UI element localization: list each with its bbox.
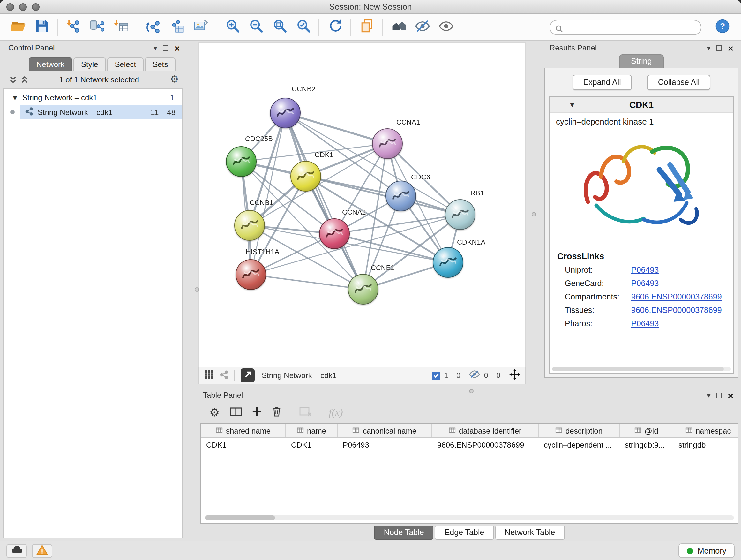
grid-view-button[interactable] bbox=[204, 370, 214, 381]
delete-column-button[interactable] bbox=[272, 406, 281, 419]
tab-style[interactable]: Style bbox=[73, 57, 106, 71]
detach-view-button[interactable] bbox=[241, 368, 255, 382]
search-input[interactable] bbox=[549, 19, 701, 35]
splitter-handle[interactable] bbox=[532, 212, 536, 216]
network-canvas[interactable]: CCNB2CCNA1CDC25BCDK1CDC6RB1CCNB1CCNA2CDK… bbox=[199, 42, 526, 367]
node-HIST1H1A[interactable] bbox=[235, 259, 266, 290]
edge-HIST1H1A-CCNE1[interactable] bbox=[251, 274, 363, 289]
network-row[interactable]: String Network – cdk1 11 48 bbox=[4, 105, 182, 119]
warnings-button[interactable] bbox=[32, 544, 52, 558]
table-cell[interactable]: stringdb bbox=[673, 440, 738, 449]
table-cell[interactable]: P06493 bbox=[338, 440, 432, 449]
panel-close-icon[interactable]: × bbox=[174, 43, 180, 53]
tab-select[interactable]: Select bbox=[107, 57, 144, 71]
export-image-button[interactable] bbox=[188, 16, 212, 39]
node-RB1[interactable] bbox=[445, 199, 475, 230]
panel-float-icon[interactable] bbox=[716, 45, 722, 51]
refresh-view-button[interactable] bbox=[323, 16, 347, 39]
show-all-networks-button[interactable] bbox=[387, 16, 410, 39]
edge-CCNB2-CCNE1[interactable] bbox=[285, 113, 363, 289]
column-header-name[interactable]: name bbox=[286, 424, 338, 437]
table-row[interactable]: CDK1CDK1P064939606.ENSP00000378699cyclin… bbox=[201, 438, 738, 451]
export-network-button[interactable] bbox=[165, 16, 188, 39]
splitter-handle[interactable] bbox=[195, 287, 199, 292]
panel-menu-icon[interactable]: ▾ bbox=[153, 44, 157, 51]
column-header-namespac[interactable]: namespac bbox=[673, 424, 738, 437]
network-overview-button[interactable] bbox=[219, 370, 228, 381]
panel-float-icon[interactable] bbox=[716, 392, 722, 398]
crosslink-value-link[interactable]: P06493 bbox=[631, 317, 733, 331]
node-CDC6[interactable] bbox=[386, 181, 416, 211]
column-header--id[interactable]: @id bbox=[620, 424, 673, 437]
node-CCNB2[interactable] bbox=[270, 98, 300, 128]
collapse-all-button[interactable]: Collapse All bbox=[647, 75, 711, 90]
table-cell[interactable]: stringdb:9... bbox=[620, 440, 673, 449]
import-network-database-button[interactable] bbox=[85, 16, 109, 39]
crosslink-value-link[interactable]: 9606.ENSP00000378699 bbox=[631, 304, 733, 317]
hidden-eye-icon[interactable] bbox=[469, 370, 480, 381]
column-header-canonical-name[interactable]: canonical name bbox=[338, 424, 432, 437]
edge-CDK1-RB1[interactable] bbox=[306, 176, 460, 214]
tab-network-table[interactable]: Network Table bbox=[495, 525, 564, 539]
panel-menu-icon[interactable]: ▾ bbox=[707, 392, 711, 399]
function-builder-button[interactable]: f(x) bbox=[329, 407, 343, 418]
collapse-all-networks-icon[interactable] bbox=[10, 76, 17, 83]
zoom-fit-button[interactable] bbox=[267, 16, 291, 39]
new-network-button[interactable] bbox=[141, 16, 165, 39]
crosslink-value-link[interactable]: 9606.ENSP00000378699 bbox=[631, 291, 733, 304]
results-scrollbar[interactable] bbox=[552, 367, 731, 371]
cloud-button[interactable] bbox=[6, 544, 27, 558]
table-cell[interactable]: cyclin–dependent ... bbox=[539, 440, 620, 449]
hide-results-panel-button[interactable] bbox=[410, 16, 434, 39]
crosslink-value-link[interactable]: P06493 bbox=[631, 264, 733, 277]
save-session-button[interactable] bbox=[30, 16, 54, 39]
expand-all-button[interactable]: Expand All bbox=[572, 75, 632, 90]
tab-sets[interactable]: Sets bbox=[145, 57, 176, 71]
splitter-handle[interactable] bbox=[469, 389, 474, 393]
column-header-description[interactable]: description bbox=[539, 424, 620, 437]
panel-menu-icon[interactable]: ▾ bbox=[707, 44, 711, 51]
open-session-button[interactable] bbox=[6, 16, 30, 39]
help-button[interactable]: ? bbox=[714, 18, 731, 37]
table-horizontal-scrollbar[interactable] bbox=[205, 515, 734, 520]
expand-all-networks-icon[interactable] bbox=[21, 76, 28, 83]
node-CDC25B[interactable] bbox=[226, 146, 257, 177]
duplicate-network-button[interactable] bbox=[355, 16, 379, 39]
expander-icon[interactable]: ▼ bbox=[13, 94, 17, 101]
tab-network[interactable]: Network bbox=[29, 57, 72, 71]
create-column-button[interactable] bbox=[252, 407, 262, 418]
table-cell[interactable]: 9606.ENSP00000378699 bbox=[432, 440, 539, 449]
panel-float-icon[interactable] bbox=[163, 45, 169, 51]
node-CDK1[interactable] bbox=[290, 161, 321, 192]
import-table-file-button[interactable] bbox=[109, 16, 133, 39]
zoom-out-button[interactable] bbox=[244, 16, 267, 39]
table-settings-button[interactable]: ⚙ bbox=[209, 407, 219, 418]
tab-node-table[interactable]: Node Table bbox=[374, 525, 434, 539]
column-header-database-identifier[interactable]: database identifier bbox=[432, 424, 539, 437]
gene-header[interactable]: ▼ CDK1 bbox=[549, 97, 733, 113]
network-collection-row[interactable]: ▼ String Network – cdk1 1 bbox=[4, 90, 182, 105]
import-network-file-button[interactable] bbox=[62, 16, 85, 39]
tab-string[interactable]: String bbox=[619, 54, 664, 68]
zoom-selected-button[interactable] bbox=[291, 16, 315, 39]
edge-CCNB2-CCNA1[interactable] bbox=[285, 113, 387, 144]
crosslink-value-link[interactable]: P06493 bbox=[631, 277, 733, 291]
pan-move-icon[interactable] bbox=[509, 369, 520, 382]
memory-button[interactable]: Memory bbox=[678, 543, 735, 558]
table-cell[interactable]: CDK1 bbox=[286, 440, 338, 449]
selected-checkbox-icon[interactable] bbox=[432, 371, 441, 380]
node-CCNB1[interactable] bbox=[234, 210, 265, 241]
node-CCNA1[interactable] bbox=[372, 128, 403, 159]
panel-close-icon[interactable]: × bbox=[728, 43, 733, 53]
collapse-section-icon[interactable]: ▼ bbox=[570, 102, 575, 108]
panel-close-icon[interactable]: × bbox=[728, 390, 733, 400]
zoom-in-button[interactable] bbox=[220, 16, 244, 39]
edge-RB1-HIST1H1A[interactable] bbox=[251, 214, 460, 274]
column-header-shared-name[interactable]: shared name bbox=[201, 424, 286, 437]
clear-values-button[interactable] bbox=[299, 407, 312, 419]
node-CCNA2[interactable] bbox=[319, 219, 350, 249]
table-cell[interactable]: CDK1 bbox=[201, 440, 286, 449]
select-columns-button[interactable] bbox=[230, 407, 242, 419]
gear-icon[interactable]: ⚙ bbox=[170, 75, 179, 84]
tab-edge-table[interactable]: Edge Table bbox=[435, 525, 494, 539]
